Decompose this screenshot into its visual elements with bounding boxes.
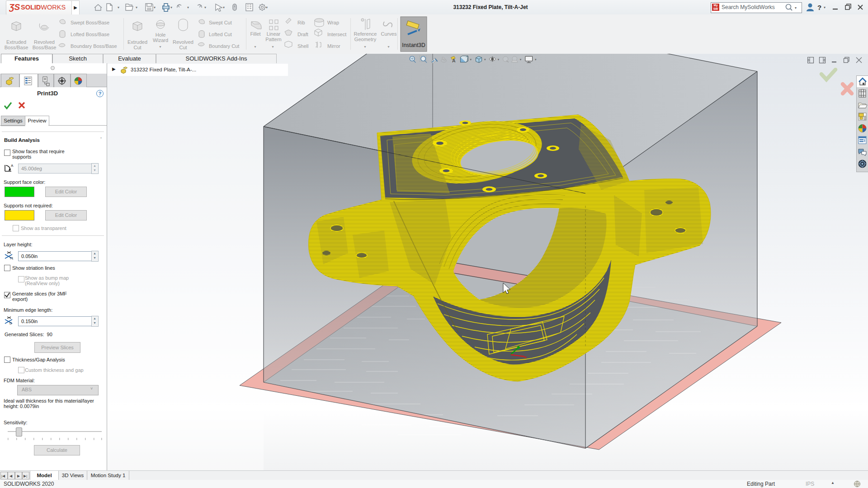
svg-text:D: D — [9, 321, 12, 325]
svg-text:▾: ▾ — [187, 5, 189, 9]
svg-text:A: A — [452, 58, 456, 63]
svg-text:◀: ◀ — [9, 474, 13, 478]
svg-text:▾: ▾ — [498, 58, 500, 61]
svg-text:▾: ▾ — [470, 58, 472, 61]
svg-text:▾: ▾ — [223, 5, 225, 9]
svg-text:Instant3D: Instant3D — [402, 42, 425, 48]
svg-text:▾: ▾ — [204, 5, 206, 9]
svg-text:▾: ▾ — [118, 5, 119, 9]
svg-text:▾: ▾ — [266, 5, 268, 9]
svg-text:▾: ▾ — [484, 58, 486, 61]
svg-text:▾: ▾ — [535, 58, 537, 61]
svg-text:▾: ▾ — [520, 58, 522, 61]
svg-text:SOLIDWORKS: SOLIDWORKS — [21, 4, 66, 11]
svg-text:▾: ▾ — [154, 5, 156, 9]
svg-text:?: ? — [817, 4, 821, 11]
svg-text:A: A — [11, 164, 14, 168]
svg-text:▾: ▾ — [824, 5, 826, 9]
svg-text:▶|: ▶| — [24, 474, 27, 478]
svg-text:▾: ▾ — [795, 6, 797, 10]
svg-text:|◀: |◀ — [1, 474, 5, 478]
svg-text:T1: T1 — [9, 256, 14, 260]
svg-text:ƷS: ƷS — [9, 2, 20, 12]
svg-text:▾: ▾ — [170, 5, 172, 9]
svg-text:▶: ▶ — [17, 474, 20, 478]
svg-text:▾: ▾ — [136, 5, 137, 9]
